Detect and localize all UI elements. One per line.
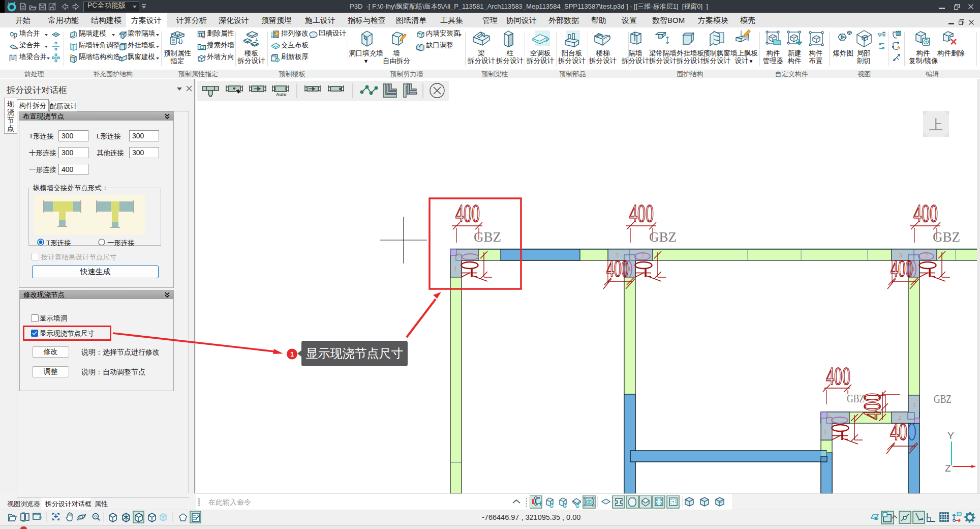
svg-text:40: 40	[890, 418, 907, 445]
svg-text:2: 2	[828, 414, 831, 421]
svg-text:1: 1	[824, 428, 827, 435]
svg-text:Y: Y	[947, 430, 954, 441]
svg-text:1: 1	[454, 265, 457, 272]
svg-text:GBZ: GBZ	[474, 229, 501, 245]
svg-text:1: 1	[913, 401, 916, 408]
svg-text:Auto: Auto	[276, 92, 287, 97]
svg-text:400: 400	[826, 362, 850, 390]
svg-text:GBZ: GBZ	[649, 229, 677, 245]
svg-text:Z: Z	[945, 463, 951, 474]
svg-text:2: 2	[457, 251, 461, 258]
svg-text:GBZ: GBZ	[847, 392, 865, 405]
svg-text:GBZ: GBZ	[934, 393, 952, 405]
svg-text:GBZ: GBZ	[933, 229, 960, 245]
